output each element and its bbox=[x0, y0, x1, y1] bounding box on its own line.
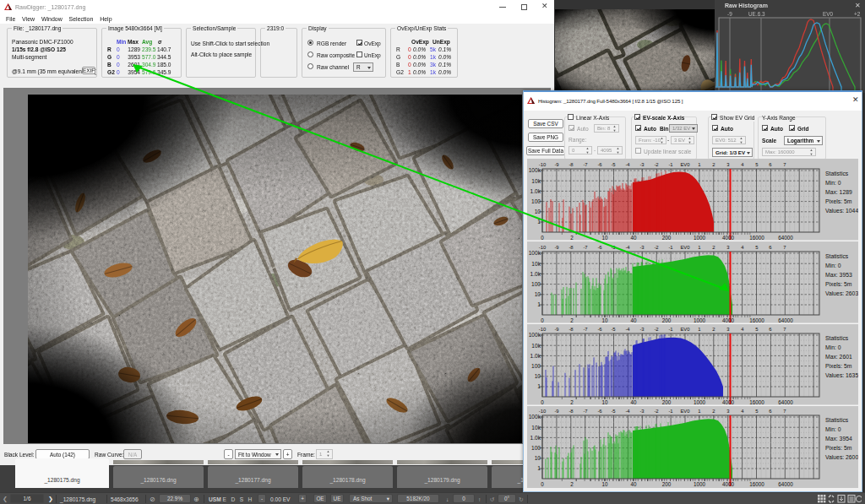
svg-text:Pixels: 5m: Pixels: 5m bbox=[825, 445, 852, 451]
svg-text:-10: -10 bbox=[539, 327, 547, 332]
svg-text:2: 2 bbox=[712, 327, 715, 332]
svg-text:4000: 4000 bbox=[722, 399, 735, 405]
svg-text:-5: -5 bbox=[611, 245, 616, 250]
svg-text:6: 6 bbox=[769, 409, 772, 414]
svg-text:3: 3 bbox=[726, 162, 730, 167]
svg-text:-3: -3 bbox=[639, 327, 645, 332]
svg-text:-9: -9 bbox=[554, 327, 558, 332]
svg-text:3: 3 bbox=[726, 245, 730, 250]
svg-text:5: 5 bbox=[755, 327, 759, 332]
svg-text:-8: -8 bbox=[569, 327, 574, 332]
svg-text:Values: 1044: Values: 1044 bbox=[825, 208, 858, 214]
svg-text:Max: 3953: Max: 3953 bbox=[825, 272, 852, 278]
svg-text:-2: -2 bbox=[654, 162, 658, 167]
svg-text:2: 2 bbox=[570, 481, 574, 487]
svg-text:-8: -8 bbox=[569, 162, 574, 167]
svg-text:-1: -1 bbox=[668, 162, 672, 167]
svg-text:1000: 1000 bbox=[694, 481, 706, 487]
svg-text:Statistics: Statistics bbox=[825, 171, 849, 176]
svg-text:-6: -6 bbox=[597, 327, 602, 332]
svg-text:Min: 0: Min: 0 bbox=[825, 180, 841, 186]
svg-text:10: 10 bbox=[601, 481, 608, 487]
svg-text:64000: 64000 bbox=[778, 235, 793, 241]
svg-text:2: 2 bbox=[570, 317, 574, 323]
svg-text:1: 1 bbox=[698, 162, 700, 167]
svg-text:-2: -2 bbox=[654, 409, 658, 414]
svg-text:-10: -10 bbox=[539, 162, 547, 167]
svg-text:Statistics: Statistics bbox=[825, 417, 849, 423]
svg-text:Values: 2600: Values: 2600 bbox=[825, 454, 858, 460]
svg-text:Max: 3954: Max: 3954 bbox=[825, 436, 852, 442]
svg-text:-5: -5 bbox=[611, 409, 616, 414]
svg-text:2: 2 bbox=[570, 235, 574, 241]
svg-text:16000: 16000 bbox=[749, 399, 764, 405]
svg-text:0: 0 bbox=[541, 481, 544, 487]
svg-text:EV0: EV0 bbox=[680, 409, 690, 414]
svg-text:-4: -4 bbox=[625, 327, 630, 332]
svg-text:7: 7 bbox=[783, 327, 786, 332]
svg-text:-8: -8 bbox=[569, 245, 574, 250]
svg-text:-4: -4 bbox=[625, 162, 630, 167]
svg-text:Pixels: 5m: Pixels: 5m bbox=[825, 363, 852, 369]
svg-text:EV0: EV0 bbox=[680, 162, 690, 167]
svg-text:4000: 4000 bbox=[722, 235, 735, 241]
svg-text:Values: 1635: Values: 1635 bbox=[825, 372, 858, 378]
svg-text:Min: 0: Min: 0 bbox=[825, 344, 841, 350]
svg-text:16000: 16000 bbox=[749, 481, 764, 487]
svg-text:3: 3 bbox=[726, 327, 730, 332]
svg-text:-4: -4 bbox=[625, 409, 630, 414]
svg-text:6: 6 bbox=[769, 327, 772, 332]
svg-text:-6: -6 bbox=[597, 409, 602, 414]
svg-text:0: 0 bbox=[541, 399, 544, 405]
svg-text:4: 4 bbox=[741, 162, 744, 167]
svg-text:-7: -7 bbox=[583, 162, 587, 167]
svg-text:-1: -1 bbox=[668, 327, 672, 332]
svg-text:Pixels: 5m: Pixels: 5m bbox=[825, 198, 852, 204]
svg-text:Min: 0: Min: 0 bbox=[825, 263, 841, 268]
svg-text:-10: -10 bbox=[539, 409, 547, 414]
svg-text:Min: 0: Min: 0 bbox=[825, 426, 841, 432]
svg-text:Statistics: Statistics bbox=[825, 335, 849, 341]
svg-text:1: 1 bbox=[698, 409, 700, 414]
svg-text:40: 40 bbox=[630, 481, 637, 487]
svg-text:1000: 1000 bbox=[694, 235, 706, 241]
svg-text:-10: -10 bbox=[539, 245, 547, 250]
svg-text:Values: 2603: Values: 2603 bbox=[825, 290, 858, 296]
svg-text:5: 5 bbox=[755, 245, 759, 250]
svg-text:5: 5 bbox=[755, 409, 759, 414]
svg-text:16000: 16000 bbox=[749, 235, 764, 241]
svg-text:1000: 1000 bbox=[694, 399, 706, 405]
svg-text:-2: -2 bbox=[654, 327, 658, 332]
svg-text:0: 0 bbox=[541, 235, 544, 241]
svg-text:Pixels: 5m: Pixels: 5m bbox=[825, 281, 852, 287]
svg-text:-2: -2 bbox=[654, 245, 658, 250]
svg-text:4: 4 bbox=[741, 327, 744, 332]
svg-text:EV0: EV0 bbox=[680, 245, 690, 250]
svg-text:-3: -3 bbox=[639, 245, 645, 250]
svg-text:4000: 4000 bbox=[722, 481, 735, 487]
svg-text:5: 5 bbox=[755, 162, 759, 167]
svg-text:-7: -7 bbox=[583, 245, 587, 250]
svg-text:4000: 4000 bbox=[722, 317, 735, 323]
svg-text:Max: 1289: Max: 1289 bbox=[825, 189, 852, 195]
svg-text:200: 200 bbox=[662, 481, 672, 487]
svg-text:7: 7 bbox=[783, 162, 786, 167]
svg-text:-1: -1 bbox=[668, 409, 672, 414]
svg-text:1: 1 bbox=[698, 327, 700, 332]
svg-text:4: 4 bbox=[741, 245, 744, 250]
svg-text:64000: 64000 bbox=[778, 399, 793, 405]
svg-text:2: 2 bbox=[712, 162, 715, 167]
svg-text:Max: 2601: Max: 2601 bbox=[825, 354, 852, 360]
svg-text:16000: 16000 bbox=[749, 317, 764, 323]
svg-text:10: 10 bbox=[601, 317, 608, 323]
svg-text:40: 40 bbox=[630, 235, 637, 241]
svg-text:4: 4 bbox=[741, 409, 744, 414]
svg-text:3: 3 bbox=[726, 409, 730, 414]
svg-text:-3: -3 bbox=[639, 409, 645, 414]
svg-text:200: 200 bbox=[662, 235, 672, 241]
svg-text:2: 2 bbox=[712, 409, 715, 414]
svg-text:Statistics: Statistics bbox=[825, 253, 849, 259]
svg-text:40: 40 bbox=[630, 399, 637, 405]
svg-text:200: 200 bbox=[662, 399, 672, 405]
svg-text:10: 10 bbox=[601, 399, 608, 405]
